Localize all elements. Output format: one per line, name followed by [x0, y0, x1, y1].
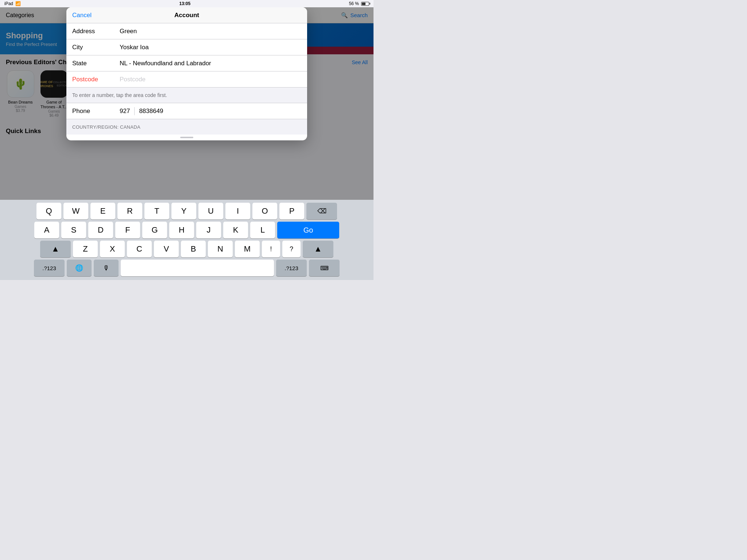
key-v[interactable]: V [154, 241, 179, 257]
key-k[interactable]: K [223, 222, 248, 238]
state-label: State [72, 60, 120, 67]
country-text: COUNTRY/REGION: CANADA [72, 124, 140, 130]
key-o[interactable]: O [252, 203, 277, 219]
key-p[interactable]: P [279, 203, 304, 219]
key-n[interactable]: N [208, 241, 233, 257]
wifi-icon: 📶 [15, 1, 21, 6]
key-a[interactable]: A [34, 222, 59, 238]
key-num-left[interactable]: .?123 [34, 260, 65, 276]
city-label: City [72, 44, 120, 51]
phone-row: Phone 927 8838649 [66, 103, 307, 119]
key-j[interactable]: J [196, 222, 221, 238]
phone-number: 8838649 [139, 108, 163, 115]
country-section: COUNTRY/REGION: CANADA [66, 119, 307, 135]
battery-icon [361, 2, 369, 6]
key-y[interactable]: Y [171, 203, 196, 219]
key-t[interactable]: T [144, 203, 169, 219]
key-space[interactable] [121, 260, 274, 276]
key-excl[interactable]: ! [262, 241, 280, 257]
status-right: 56 % [349, 1, 369, 6]
postcode-label: Postcode [72, 76, 120, 83]
key-w[interactable]: W [63, 203, 88, 219]
phone-label: Phone [72, 108, 120, 115]
status-bar: iPad 📶 13:05 56 % [0, 0, 374, 7]
phone-divider [134, 107, 135, 115]
key-question[interactable]: ? [282, 241, 301, 257]
state-value: NL - Newfoundland and Labrador [120, 60, 301, 67]
account-modal: Cancel Account Address Green City Yoskar… [66, 7, 307, 140]
key-r[interactable]: R [117, 203, 142, 219]
key-b[interactable]: B [181, 241, 206, 257]
key-i[interactable]: I [225, 203, 250, 219]
keyboard-row-1: Q W E R T Y U I O P ⌫ [1, 203, 372, 219]
drag-handle [180, 137, 193, 138]
address-row: Address Green [66, 23, 307, 39]
hint-section: To enter a number, tap the area code fir… [66, 88, 307, 103]
modal-title: Account [174, 12, 199, 19]
key-hide[interactable]: ⌨ [309, 260, 340, 276]
keyboard-row-2: A S D F G H J K L Go [1, 222, 372, 238]
key-delete[interactable]: ⌫ [306, 203, 337, 219]
key-shift-right[interactable]: ▲ [303, 241, 333, 257]
modal-header: Cancel Account [66, 7, 307, 23]
key-f[interactable]: F [115, 222, 140, 238]
keyboard[interactable]: Q W E R T Y U I O P ⌫ A S D F G H J K L … [0, 200, 374, 280]
key-m[interactable]: M [235, 241, 260, 257]
key-globe[interactable]: 🌐 [67, 260, 92, 276]
key-s[interactable]: S [61, 222, 86, 238]
ipad-label: iPad [4, 1, 13, 6]
address-label: Address [72, 28, 120, 35]
key-h[interactable]: H [169, 222, 194, 238]
key-z[interactable]: Z [73, 241, 98, 257]
keyboard-row-4: .?123 🌐 🎙 .?123 ⌨ [1, 260, 372, 276]
cancel-button[interactable]: Cancel [72, 12, 92, 19]
keyboard-row-3: ▲ Z X C V B N M ! ? ▲ [1, 241, 372, 257]
phone-code: 927 [120, 108, 134, 115]
key-num-right[interactable]: .?123 [276, 260, 307, 276]
address-value: Green [120, 28, 301, 35]
status-left: iPad 📶 [4, 1, 21, 6]
time-display: 13:05 [179, 1, 190, 6]
key-mic[interactable]: 🎙 [94, 260, 119, 276]
key-u[interactable]: U [198, 203, 223, 219]
key-go[interactable]: Go [277, 222, 339, 238]
state-row: State NL - Newfoundland and Labrador [66, 55, 307, 71]
key-x[interactable]: X [100, 241, 125, 257]
postcode-input[interactable] [120, 76, 301, 83]
key-q[interactable]: Q [36, 203, 61, 219]
key-shift-left[interactable]: ▲ [40, 241, 71, 257]
key-l[interactable]: L [250, 222, 275, 238]
key-d[interactable]: D [88, 222, 113, 238]
battery-percent: 56 % [349, 1, 359, 6]
key-g[interactable]: G [142, 222, 167, 238]
key-e[interactable]: E [90, 203, 115, 219]
hint-text: To enter a number, tap the area code fir… [72, 92, 167, 98]
city-value: Yoskar Ioa [120, 44, 301, 51]
postcode-row[interactable]: Postcode [66, 71, 307, 88]
city-row: City Yoskar Ioa [66, 39, 307, 55]
key-c[interactable]: C [127, 241, 152, 257]
